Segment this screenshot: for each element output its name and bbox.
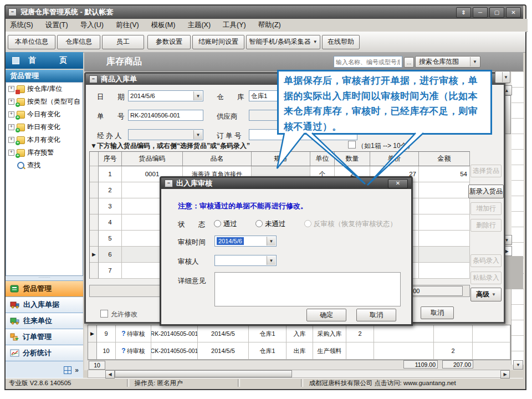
- cell-num[interactable]: 9: [97, 325, 116, 342]
- cell-empty[interactable]: [374, 342, 434, 360]
- col-header[interactable]: 货品编码: [122, 152, 183, 166]
- close-icon[interactable]: ✕: [388, 179, 408, 188]
- column-options-button[interactable]: ▼: [495, 71, 510, 83]
- auditor-combobox[interactable]: ▼: [214, 255, 277, 266]
- expand-icon[interactable]: +: [8, 111, 14, 117]
- toolbar-staff-button[interactable]: 员工: [102, 35, 144, 49]
- col-header[interactable]: 单价: [370, 152, 419, 166]
- col-header[interactable]: 单位: [310, 152, 335, 166]
- tree-item-by-type[interactable]: + + 按类型（类型可自: [6, 95, 83, 108]
- order-no-field[interactable]: RK-20140506-001: [128, 110, 203, 121]
- toolbar-warehouse-info-button[interactable]: 仓库信息: [57, 35, 100, 49]
- expand-icon[interactable]: +: [8, 86, 14, 92]
- cell-status[interactable]: ?待审核: [116, 342, 151, 360]
- nav-inout-orders[interactable]: 出入库单据: [6, 296, 83, 313]
- tree-item-by-warehouse[interactable]: + 按仓库/库位: [6, 83, 83, 95]
- col-header[interactable]: 品名: [183, 152, 252, 166]
- audit-dialog-titlebar[interactable]: − 出入库审核 ✕: [161, 178, 411, 189]
- new-goods-button[interactable]: 新录入货品: [468, 185, 504, 198]
- tree-item-changed-yesterday[interactable]: + + 昨日有变化: [6, 121, 83, 134]
- cell-warehouse[interactable]: 仓库1: [249, 342, 287, 360]
- toolbar-unit-info-button[interactable]: 本单位信息: [8, 35, 55, 49]
- cell-num[interactable]: 6: [99, 247, 122, 263]
- tree-item-changed-today[interactable]: + + 今日有变化: [6, 108, 83, 121]
- scroll-right-icon[interactable]: ▶: [500, 370, 510, 378]
- tree-item-changed-month[interactable]: + + 本月有变化: [6, 134, 83, 146]
- search-input[interactable]: [334, 56, 402, 68]
- cell-warehouse[interactable]: 仓库1: [249, 325, 287, 342]
- scroll-left-icon[interactable]: ◀: [105, 370, 115, 378]
- close-icon[interactable]: ✕: [506, 7, 521, 18]
- allow-edit-checkbox[interactable]: 允许修改: [100, 309, 137, 319]
- cell-date[interactable]: 2014/5/5: [198, 342, 249, 360]
- menu-import[interactable]: 导入(U): [80, 21, 104, 30]
- toolbar-parameters-button[interactable]: 参数设置: [147, 35, 191, 49]
- cell-num[interactable]: 5: [99, 231, 122, 247]
- system-menu-icon[interactable]: −: [165, 180, 173, 187]
- cell-type[interactable]: 入库: [287, 325, 313, 342]
- audit-time-combobox[interactable]: 2014/5/6▼: [214, 236, 277, 247]
- cell-empty[interactable]: [374, 325, 434, 342]
- inbound-cancel-button[interactable]: 取消: [421, 306, 454, 319]
- rollup-icon[interactable]: ⇕: [456, 7, 471, 18]
- cell-code[interactable]: CK-20140505-001: [151, 342, 198, 360]
- cell-num[interactable]: 3: [99, 198, 122, 214]
- cell-empty[interactable]: [419, 247, 470, 263]
- radio-pass[interactable]: 通过: [214, 219, 237, 229]
- cell-empty[interactable]: [419, 214, 470, 231]
- cell-reason[interactable]: 生产领料: [313, 342, 346, 360]
- cell-num[interactable]: 2: [99, 182, 122, 198]
- maximize-icon[interactable]: ▢: [489, 7, 504, 18]
- cell-status[interactable]: ?待审核: [116, 325, 151, 342]
- menu-tools[interactable]: 工具(Y): [223, 21, 246, 30]
- expand-icon[interactable]: +: [8, 137, 14, 143]
- menu-system[interactable]: 系统(S): [10, 21, 33, 30]
- nav-goods-management[interactable]: 货品管理: [6, 280, 83, 296]
- cell-date[interactable]: 2014/5/5: [198, 325, 249, 342]
- paste-entry-button[interactable]: 粘贴录入: [470, 272, 502, 284]
- menu-template[interactable]: 模板(M): [151, 21, 176, 30]
- select-goods-button[interactable]: 选择货品: [470, 165, 502, 177]
- cell-qty[interactable]: [346, 342, 374, 360]
- system-menu-icon[interactable]: −: [89, 75, 98, 83]
- expand-icon[interactable]: +: [8, 124, 14, 130]
- menu-theme[interactable]: 主题(X): [187, 21, 211, 30]
- date-combobox[interactable]: 2014/5/6▼: [128, 90, 203, 101]
- audit-cancel-button[interactable]: 取消: [356, 309, 396, 321]
- package-unit-checkbox[interactable]: [348, 141, 356, 149]
- titlebar[interactable]: − 冠唐仓库管理系统 - 默认帐套 ⇕ ─ ▢ ✕: [6, 6, 523, 19]
- hscrollbar-thumb[interactable]: [115, 370, 292, 377]
- tree-item-stock-alert[interactable]: + + 库存预警: [6, 146, 83, 159]
- cell-empty[interactable]: [473, 325, 510, 342]
- company-link[interactable]: 成都冠唐科技有限公司 点击访问: www.guantang.net: [309, 379, 456, 387]
- search-more-button[interactable]: …: [404, 57, 414, 68]
- system-menu-icon[interactable]: −: [8, 8, 17, 16]
- add-row-button[interactable]: 增加行: [470, 202, 502, 215]
- nav-analysis[interactable]: 分析统计: [6, 345, 83, 361]
- toolbar-closing-time-button[interactable]: 结账时间设置: [192, 35, 244, 49]
- handler-combobox[interactable]: ▼: [128, 129, 203, 140]
- toolbar-online-help-button[interactable]: 在线帮助: [322, 35, 360, 49]
- delete-row-button[interactable]: 删除行: [470, 219, 502, 232]
- audit-ok-button[interactable]: 确定: [306, 309, 346, 321]
- home-tab[interactable]: 首 页: [6, 52, 83, 69]
- grid-view-icon[interactable]: [64, 366, 71, 374]
- cell-num[interactable]: 1: [99, 166, 122, 182]
- cell-empty[interactable]: [473, 342, 510, 360]
- cell-empty[interactable]: [419, 231, 470, 247]
- more-chevron-icon[interactable]: »: [75, 366, 79, 374]
- nav-order-management[interactable]: 订单管理: [6, 329, 83, 345]
- cell-qty2[interactable]: 2: [434, 342, 473, 360]
- nav-drag-handle[interactable]: ·········: [6, 276, 83, 280]
- cell-empty[interactable]: [419, 182, 470, 198]
- scroll-down-icon[interactable]: ▼: [513, 360, 523, 370]
- minimize-icon[interactable]: ─: [473, 7, 488, 18]
- menu-goto[interactable]: 前往(V): [116, 21, 139, 30]
- radio-fail[interactable]: 未通过: [255, 219, 286, 229]
- tree-item-search[interactable]: 查找: [6, 159, 83, 172]
- expand-icon[interactable]: +: [8, 150, 14, 156]
- warehouse-scope-dropdown[interactable]: 搜索仓库范围 ▼: [415, 56, 480, 68]
- col-header[interactable]: 规格: [252, 152, 310, 166]
- cell-num[interactable]: 10: [97, 342, 116, 360]
- toolbar-scanner-button[interactable]: 智能手机/条码采集器 ▼: [246, 35, 320, 49]
